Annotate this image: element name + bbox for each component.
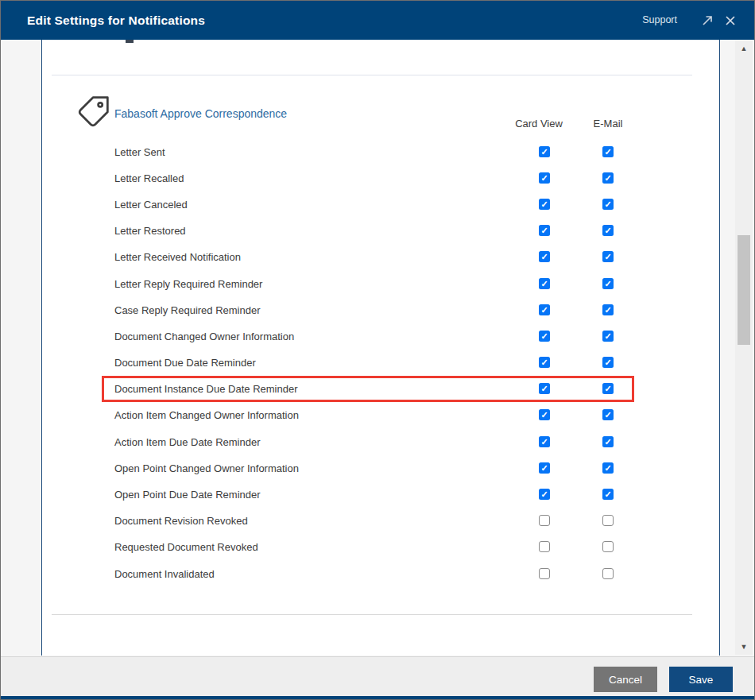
notification-row-label: Action Item Due Date Reminder — [114, 435, 261, 447]
section-divider-bottom — [52, 614, 692, 615]
notification-rows: Letter Sent✓✓Letter Recalled✓✓Letter Can… — [102, 138, 634, 586]
notification-row-label: Document Invalidated — [114, 567, 215, 579]
titlebar: Edit Settings for Notifications Support — [1, 1, 754, 40]
email-checkbox[interactable]: ✓ — [602, 278, 614, 289]
notification-row: Document Changed Owner Information✓✓ — [102, 323, 634, 349]
notification-row-label: Action Item Changed Owner Information — [114, 409, 299, 421]
notification-row: Document Due Date Reminder✓✓ — [102, 350, 634, 376]
vertical-scrollbar[interactable]: ▲ ▼ — [735, 41, 753, 655]
card-view-checkbox[interactable]: ✓ — [539, 436, 550, 447]
notification-row: Letter Canceled✓✓ — [102, 191, 634, 217]
email-checkbox[interactable]: ✓ — [602, 331, 614, 342]
notification-row: Letter Received Notification✓✓ — [102, 244, 634, 270]
scrollbar-thumb[interactable] — [738, 235, 750, 345]
email-checkbox[interactable]: ✓ — [602, 172, 614, 184]
card-view-checkbox[interactable] — [539, 515, 550, 526]
email-checkbox[interactable]: ✓ — [602, 462, 614, 474]
card-view-checkbox[interactable]: ✓ — [539, 304, 550, 315]
notification-row: Letter Sent✓✓ — [102, 138, 634, 164]
scroll-down-icon[interactable]: ▼ — [735, 640, 753, 653]
notification-row: Requested Document Revoked — [102, 534, 634, 560]
email-checkbox[interactable] — [602, 515, 614, 526]
notification-row-label: Case Reply Required Reminder — [114, 304, 261, 315]
card-view-checkbox[interactable] — [539, 541, 550, 552]
email-checkbox[interactable]: ✓ — [602, 383, 614, 394]
notification-row-label: Letter Recalled — [114, 172, 184, 184]
card-view-checkbox[interactable]: ✓ — [539, 409, 550, 420]
scroll-up-icon[interactable]: ▲ — [735, 42, 753, 55]
column-header-e-mail: E-Mail — [568, 118, 648, 130]
notification-row-label: Letter Sent — [114, 145, 165, 157]
card-view-checkbox[interactable]: ✓ — [539, 172, 550, 184]
notification-row-label: Letter Restored — [114, 225, 186, 237]
card-view-checkbox[interactable]: ✓ — [539, 251, 550, 262]
email-checkbox[interactable]: ✓ — [602, 225, 614, 236]
open-in-new-window-icon[interactable] — [701, 14, 714, 27]
notification-row-label: Document Changed Owner Information — [114, 330, 294, 342]
card-view-checkbox[interactable]: ✓ — [539, 331, 550, 342]
column-header-card-view: Card View — [499, 118, 579, 130]
notification-row: Document Instance Due Date Reminder✓✓ — [102, 376, 634, 402]
support-link[interactable]: Support — [642, 1, 677, 40]
email-checkbox[interactable]: ✓ — [602, 357, 614, 368]
card-view-checkbox[interactable]: ✓ — [539, 199, 550, 210]
section-heading-link[interactable]: Fabasoft Approve Correspondence — [114, 107, 287, 120]
card-view-checkbox[interactable]: ✓ — [539, 462, 550, 474]
card-view-checkbox[interactable]: ✓ — [539, 146, 550, 157]
close-icon[interactable] — [724, 14, 737, 27]
notification-row-label: Letter Received Notification — [114, 251, 241, 263]
notification-row: Letter Reply Required Reminder✓✓ — [102, 270, 634, 296]
notification-row-label: Document Due Date Reminder — [114, 357, 256, 369]
notification-row: Case Reply Required Reminder✓✓ — [102, 296, 634, 323]
email-checkbox[interactable]: ✓ — [602, 489, 614, 500]
footer-bar: Cancel Save — [1, 656, 754, 696]
notification-row-label: Open Point Due Date Reminder — [114, 489, 261, 501]
email-checkbox[interactable]: ✓ — [602, 304, 614, 315]
card-view-checkbox[interactable]: ✓ — [539, 357, 550, 368]
notification-row: Action Item Due Date Reminder✓✓ — [102, 428, 634, 454]
email-checkbox[interactable] — [602, 541, 614, 552]
notification-row-label: Requested Document Revoked — [114, 541, 258, 553]
notification-row-label: Document Instance Due Date Reminder — [114, 383, 298, 395]
email-checkbox[interactable]: ✓ — [602, 199, 614, 210]
card-view-checkbox[interactable]: ✓ — [539, 383, 550, 394]
notification-row: Document Revision Revoked — [102, 508, 634, 534]
notification-row: Letter Restored✓✓ — [102, 218, 634, 244]
email-checkbox[interactable] — [602, 568, 614, 579]
cancel-button[interactable]: Cancel — [594, 667, 657, 692]
section-divider-top — [52, 75, 692, 75]
card-view-checkbox[interactable]: ✓ — [539, 278, 550, 289]
window-bottom-strip — [1, 696, 754, 700]
dialog-title: Edit Settings for Notifications — [27, 1, 205, 40]
notification-row: Letter Recalled✓✓ — [102, 164, 634, 191]
save-button[interactable]: Save — [669, 667, 733, 692]
card-view-checkbox[interactable]: ✓ — [539, 225, 550, 236]
notification-row-label: Letter Canceled — [114, 198, 188, 210]
notification-row-label: Letter Reply Required Reminder — [114, 277, 262, 289]
card-view-checkbox[interactable]: ✓ — [539, 489, 550, 500]
email-checkbox[interactable]: ✓ — [602, 409, 614, 420]
clipped-scrolled-text-artifact — [126, 40, 134, 43]
notification-row: Action Item Changed Owner Information✓✓ — [102, 402, 634, 428]
email-checkbox[interactable]: ✓ — [602, 251, 614, 262]
notification-row-label: Open Point Changed Owner Information — [114, 462, 299, 474]
notification-row: Document Invalidated — [102, 560, 634, 586]
edit-settings-dialog: Edit Settings for Notifications Support … — [0, 0, 755, 700]
email-checkbox[interactable]: ✓ — [602, 146, 614, 157]
card-view-checkbox[interactable] — [539, 568, 550, 579]
tag-icon — [76, 95, 110, 130]
email-checkbox[interactable]: ✓ — [602, 436, 614, 447]
notification-row: Open Point Changed Owner Information✓✓ — [102, 454, 634, 481]
notification-row: Open Point Due Date Reminder✓✓ — [102, 481, 634, 507]
notification-row-label: Document Revision Revoked — [114, 515, 248, 527]
